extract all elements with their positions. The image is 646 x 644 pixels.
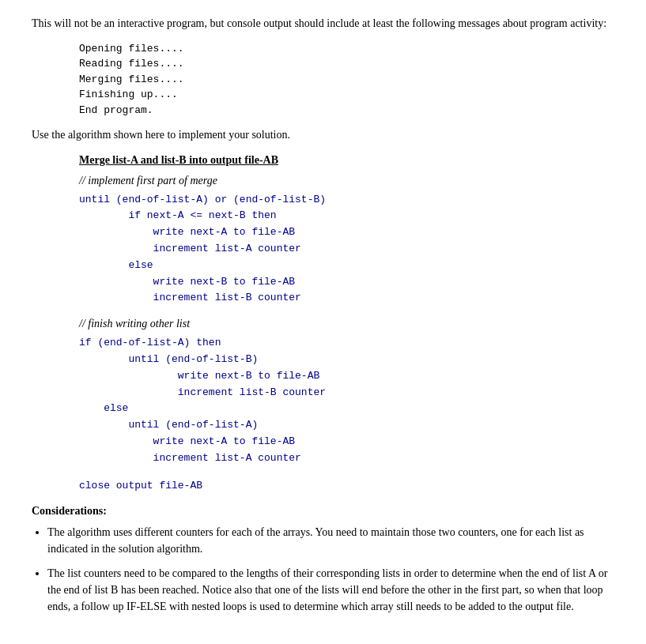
intro-paragraph: This will not be an interactive program,… [32, 16, 614, 32]
use-algorithm-text: Use the algorithm shown here to implemen… [32, 127, 614, 143]
console-line-3: Merging files.... [79, 72, 614, 88]
comment-2: // finish writing other list [79, 318, 614, 330]
bullet-item-1: The algorithm uses different counters fo… [47, 524, 614, 557]
console-line-1: Opening files.... [79, 41, 614, 57]
console-line-5: End program. [79, 103, 614, 119]
bullet-item-2: The list counters need to be compared to… [47, 565, 614, 615]
code-block-3: close output file-AB [79, 478, 614, 495]
console-line-2: Reading files.... [79, 56, 614, 72]
section-title: Merge list-A and list-B into output file… [79, 154, 614, 167]
console-line-4: Finishing up.... [79, 87, 614, 103]
considerations-title: Considerations: [32, 505, 614, 518]
comment-1: // implement first part of merge [79, 175, 614, 187]
console-output-block: Opening files.... Reading files.... Merg… [79, 41, 614, 119]
bullet-list: The algorithm uses different counters fo… [47, 524, 614, 615]
code-block-2: if (end-of-list-A) then until (end-of-li… [79, 335, 614, 466]
considerations-section: Considerations: The algorithm uses diffe… [32, 505, 614, 615]
code-block-1: until (end-of-list-A) or (end-of-list-B)… [79, 192, 614, 307]
